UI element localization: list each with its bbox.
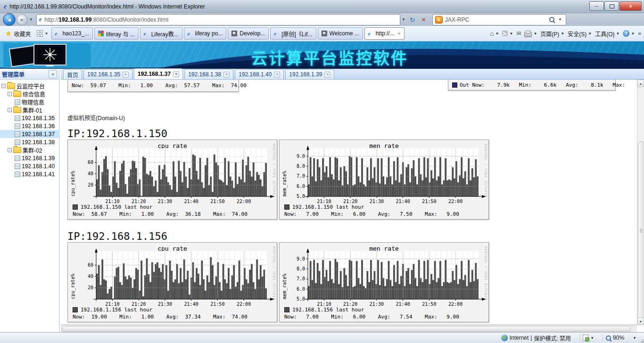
collapse-expander-icon[interactable]: - (8, 108, 12, 112)
collapse-expander-icon[interactable]: - (8, 92, 12, 96)
zoom-control[interactable]: 90% ▼ (603, 334, 639, 342)
back-button[interactable]: ◄ (3, 13, 16, 26)
browser-tab-liferay-tutorial[interactable]: e Liferay教... (140, 27, 182, 40)
url-input[interactable]: e http://192.168.1.99:8080/CloudMonitor/… (36, 14, 400, 25)
search-provider-icon: b (435, 16, 443, 24)
url-text: http://192.168.1.99:8080/CloudMonitor/in… (44, 16, 168, 23)
tree-item-cluster-01[interactable]: -集群-01 (0, 106, 59, 114)
scrollbar-thumb[interactable] (62, 326, 631, 332)
search-icon[interactable] (549, 17, 554, 22)
scrollbar-thumb[interactable] (638, 141, 644, 319)
svg-text:22:00: 22:00 (448, 302, 462, 307)
tools-menu-dropdown-icon: ▼ (616, 32, 619, 36)
doc-tab-40[interactable]: 192.168.1.40x (235, 69, 284, 79)
doc-tab-38[interactable]: 192.168.1.38x (184, 69, 233, 79)
print-icon[interactable] (524, 32, 532, 37)
svg-text:20: 20 (88, 285, 93, 290)
tab-close-icon[interactable]: × (398, 31, 401, 36)
tab-close-icon[interactable]: x (274, 72, 280, 78)
browser-tab-liferay[interactable]: liferay 与 ... (94, 27, 139, 40)
tree-item-host-40[interactable]: 192.168.1.40 (0, 162, 59, 170)
search-dropdown-icon[interactable]: ▼ (557, 17, 563, 22)
tree-item-host-38[interactable]: 192.168.1.38 (0, 138, 59, 146)
security-menu[interactable]: 安全(S)▼ (568, 30, 592, 38)
horizontal-scrollbar[interactable] (61, 325, 637, 332)
browser-tab-hao123[interactable]: e hao123_... (51, 27, 93, 40)
doc-tab-35[interactable]: 192.168.1.35x (83, 69, 132, 79)
doc-tab-39[interactable]: 192.168.1.39x (285, 69, 334, 79)
home-dropdown-icon[interactable]: ▼ (495, 32, 499, 36)
app-banner: 云计算平台监控软件 (0, 41, 644, 69)
section-label: 虚拟机预览(Domain-U) (67, 114, 125, 122)
scroll-down-icon[interactable]: ▼ (637, 318, 644, 325)
document-favicon-icon (231, 31, 237, 36)
svg-text:21:40: 21:40 (184, 199, 198, 204)
sidebar-collapse-button[interactable]: « (49, 70, 57, 78)
ie-favicon-icon: e (55, 31, 58, 36)
tree-item-host-35[interactable]: 192.168.1.35 (0, 114, 59, 122)
svg-text:21:30: 21:30 (158, 302, 172, 307)
stop-button[interactable]: × (418, 14, 429, 25)
security-menu-dropdown-icon: ▼ (588, 32, 592, 36)
browser-tab-welcome[interactable]: Welcome ... (318, 27, 363, 40)
svg-text:9.0: 9.0 (297, 256, 305, 261)
page-menu[interactable]: 页面(P)▼ (540, 30, 564, 38)
browser-tab-active[interactable]: e http://... × (364, 27, 405, 40)
zone-label: Internet (510, 335, 529, 341)
svg-text:22:00: 22:00 (237, 302, 251, 307)
tree-item-physical-info[interactable]: 物理信息 (0, 98, 59, 106)
browser-tab-develop[interactable]: Develop... (228, 27, 269, 40)
history-dropdown-icon[interactable]: ▼ (28, 17, 34, 22)
doc-tab-37-active[interactable]: 192.168.1.37x (134, 68, 183, 79)
tree-item-cloud-platform[interactable]: -云监控平台 (0, 82, 59, 90)
vertical-scrollbar[interactable]: ▲ ▼ (637, 80, 644, 325)
protected-page-icon (583, 335, 588, 341)
collapse-expander-icon[interactable]: - (8, 148, 12, 152)
legend-swatch-icon (284, 204, 289, 210)
resize-grip-icon[interactable] (642, 341, 643, 342)
quick-tabs-button[interactable] (37, 30, 43, 37)
doc-tab-home[interactable]: 首页 (63, 69, 82, 79)
protected-mode-control[interactable]: ▼ (579, 334, 597, 342)
partial-chart-legend-right: Out Now: 7.9k Min: 6.6k Avg: 8.1k Max: 9… (448, 80, 616, 90)
legend-swatch-icon (284, 307, 289, 312)
rss-dropdown-icon[interactable]: ▼ (509, 32, 513, 36)
scroll-up-icon[interactable]: ▲ (637, 80, 644, 87)
tab-list-dropdown-icon[interactable]: ▼ (43, 32, 50, 36)
tab-close-icon[interactable]: x (123, 72, 129, 78)
search-input[interactable]: b JAX-RPC ▼ (432, 14, 566, 25)
tree-item-host-39[interactable]: 192.168.1.39 (0, 154, 59, 162)
mail-icon[interactable]: ✉ (516, 30, 521, 37)
close-button[interactable]: × (619, 1, 642, 11)
svg-text:21:10: 21:10 (317, 302, 331, 307)
minimize-button[interactable]: ─ (589, 1, 604, 11)
tab-close-icon[interactable]: x (223, 72, 230, 78)
tree-item-host-37-selected[interactable]: 192.168.1.37 (0, 130, 59, 138)
svg-text:21:10: 21:10 (317, 199, 331, 204)
browser-tab-yuanchuang[interactable]: e [原创]《Lif... (270, 27, 316, 40)
command-overflow-icon[interactable]: » (638, 30, 641, 37)
address-dropdown-icon[interactable]: ▼ (400, 17, 407, 22)
maximize-button[interactable] (604, 1, 619, 11)
tree-item-host-41[interactable]: 192.168.1.41 (0, 170, 59, 178)
home-icon[interactable]: ⌂ (490, 30, 494, 37)
tree-item-cluster-02[interactable]: -集群-02 (0, 146, 59, 154)
tools-menu[interactable]: 工具(O)▼ (595, 30, 619, 38)
forward-button[interactable]: ► (17, 14, 28, 25)
svg-text:21:40: 21:40 (184, 302, 198, 307)
help-menu[interactable]: ?▼ (623, 30, 635, 37)
refresh-button[interactable]: ↻ (407, 14, 418, 25)
browser-tab-liferay-po[interactable]: e liferay po... (184, 27, 227, 40)
tab-close-icon[interactable]: x (324, 72, 330, 78)
svg-text:21:20: 21:20 (132, 199, 146, 204)
main-panel: 首页 192.168.1.35x 192.168.1.37x 192.168.1… (61, 69, 644, 332)
print-dropdown-icon[interactable]: ▼ (533, 32, 537, 36)
favorites-button[interactable]: ★ 收藏夹 (2, 28, 35, 40)
tree-item-host-36[interactable]: 192.168.1.36 (0, 122, 59, 130)
collapse-expander-icon[interactable]: - (1, 84, 6, 88)
google-favicon-icon (98, 31, 104, 36)
rss-icon[interactable] (502, 31, 508, 36)
tree-item-summary-info[interactable]: -综合信息 (0, 90, 59, 98)
star-icon: ★ (6, 30, 12, 37)
tab-close-icon[interactable]: x (173, 71, 179, 77)
